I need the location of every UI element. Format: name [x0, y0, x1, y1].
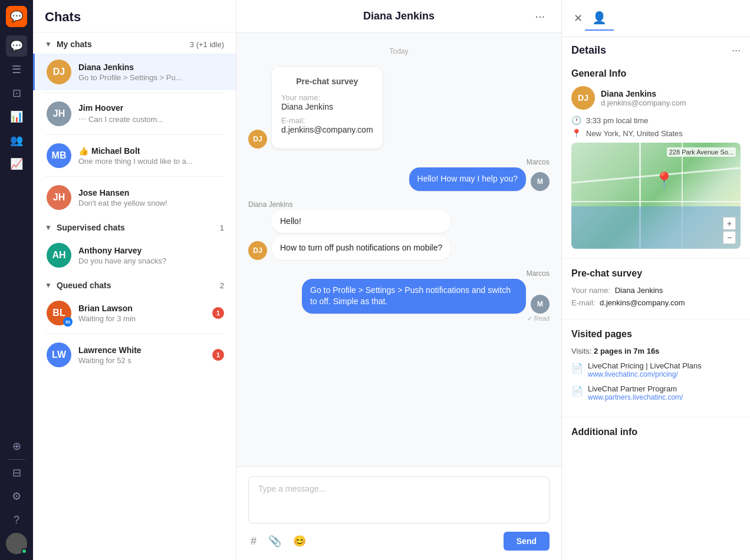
read-status: ✓ Read: [248, 315, 550, 322]
zoom-out-button[interactable]: −: [723, 231, 736, 244]
queued-chats-header[interactable]: ▼ Queued chats 2: [33, 274, 236, 295]
chat-preview-michael-bolt: One more thing I would like to a...: [78, 157, 224, 166]
nav-divider: [8, 459, 25, 460]
chat-info-michael-bolt: 👍 Michael Bolt One more thing I would li…: [78, 146, 224, 166]
my-chats-title: My chats: [57, 39, 190, 49]
visited-page-1: 📄 LiveChat Pricing | LiveChat Plans www.…: [571, 361, 741, 378]
divider-2: [45, 134, 224, 135]
map-road-2: [571, 201, 741, 202]
outgoing-row-1: M Hello! How may I help you?: [248, 167, 550, 191]
app-logo[interactable]: 💬: [6, 6, 27, 27]
chat-item-brian-lawson[interactable]: BL m Brian Lawson Waiting for 3 min 1: [33, 295, 236, 331]
bubble-push-notification-answer: Go to Profile > Settings > Push notifica…: [302, 279, 526, 314]
details-more-button[interactable]: ···: [732, 44, 741, 57]
bubble-hello: Hello!: [272, 210, 450, 233]
attachment-button[interactable]: 📎: [266, 532, 284, 550]
sender-label-marcos-1: Marcos: [248, 158, 550, 166]
clock-icon: 🕐: [571, 116, 581, 125]
avatar-anthony-harvey: AH: [47, 243, 71, 268]
chat-item-jim-hoover[interactable]: JH Jim Hoover ··· Can I create custom...: [33, 95, 236, 132]
date-divider: Today: [248, 47, 550, 55]
outgoing-message-group-1: Marcos M Hello! How may I help you?: [248, 158, 550, 191]
chat-item-anthony-harvey[interactable]: AH Anthony Harvey Do you have any snacks…: [33, 237, 236, 274]
chat-header: Diana Jenkins ···: [236, 0, 561, 33]
user-info-row: DJ Diana Jenkins d.jenkins@company.com: [571, 86, 741, 110]
nav-chats[interactable]: 💬: [6, 35, 27, 57]
incoming-row-diana: DJ Hello! How to turn off push notificat…: [248, 210, 550, 260]
online-status-dot: [21, 548, 27, 554]
page-url-1[interactable]: www.livechatinc.com/pricing/: [588, 370, 702, 378]
marcos-avatar-1: M: [531, 172, 550, 191]
details-panel-title: Details: [571, 44, 606, 57]
map-image: 📍 228 Park Avenue So... + −: [571, 143, 741, 249]
visits-count-value: 2 pages in 7m 16s: [594, 347, 659, 355]
general-info-title: General Info: [571, 68, 741, 79]
nav-add[interactable]: ⊕: [6, 436, 27, 457]
message-input[interactable]: [248, 476, 550, 523]
chat-item-diana-jenkins[interactable]: DJ Diana Jenkins Go to Profile > Setting…: [33, 54, 236, 90]
user-info-text: Diana Jenkins d.jenkins@company.com: [601, 89, 686, 107]
details-panel: ✕ 👤 Details ··· General Info DJ Diana Je…: [561, 0, 750, 560]
chat-item-lawrence-white[interactable]: LW Lawrence White Waiting for 52 s 1: [33, 337, 236, 373]
send-button[interactable]: Send: [504, 532, 550, 551]
supervised-chats-header[interactable]: ▼ Supervised chats 1: [33, 216, 236, 237]
chat-more-button[interactable]: ···: [530, 7, 550, 25]
additional-info-title: Additional info: [571, 427, 741, 437]
details-tab-person[interactable]: 👤: [585, 6, 614, 31]
page-info-2: LiveChat Partner Program www.partners.li…: [588, 384, 683, 401]
chat-preview-diana-jenkins: Go to Profile > Settings > Pu...: [78, 73, 224, 82]
messages-area: Today DJ Pre-chat survey Your name: Dian…: [236, 33, 561, 466]
page-url-2[interactable]: www.partners.livechatinc.com/: [588, 393, 683, 401]
survey-value-email: d.jenkins@company.com: [281, 125, 373, 134]
hashtag-button[interactable]: #: [248, 532, 259, 550]
my-chats-header[interactable]: ▼ My chats 3 (+1 idle): [33, 32, 236, 54]
survey-name-label: Your name: Diana Jenkins: [571, 286, 741, 295]
input-tools: # 📎 😊: [248, 532, 308, 550]
zoom-in-button[interactable]: +: [723, 217, 736, 230]
general-info-section: General Info DJ Diana Jenkins d.jenkins@…: [562, 59, 750, 259]
page-icon-1: 📄: [571, 363, 583, 374]
chat-item-michael-bolt[interactable]: MB 👍 Michael Bolt One more thing I would…: [33, 137, 236, 174]
map-container[interactable]: 📍 228 Park Avenue So... + −: [571, 143, 741, 249]
nav-charts[interactable]: 📈: [6, 153, 27, 174]
details-panel-header: ✕ 👤: [562, 0, 750, 37]
location-text: New York, NY, United States: [586, 129, 683, 138]
badge-lawrence-white: 1: [212, 349, 224, 361]
outgoing-message-group-2: Marcos M Go to Profile > Settings > Push…: [248, 269, 550, 322]
survey-label-name: Your name:: [281, 93, 373, 102]
main-chat-area: Diana Jenkins ··· Today DJ Pre-chat surv…: [236, 0, 561, 560]
avatar-michael-bolt: MB: [47, 143, 71, 168]
page-title-1: LiveChat Pricing | LiveChat Plans: [588, 361, 702, 370]
user-avatar[interactable]: [6, 533, 27, 554]
emoji-button[interactable]: 😊: [291, 532, 308, 550]
chat-preview-lawrence-white: Waiting for 52 s: [78, 356, 212, 365]
nav-settings[interactable]: ⚙: [6, 486, 27, 507]
chat-name-brian-lawson: Brian Lawson: [78, 304, 212, 313]
chat-item-jose-hansen[interactable]: JH Jose Hansen Don't eat the yellow snow…: [33, 179, 236, 216]
chat-name-michael-bolt: 👍 Michael Bolt: [78, 146, 224, 156]
divider-1: [45, 93, 224, 93]
page-info-1: LiveChat Pricing | LiveChat Plans www.li…: [588, 361, 702, 378]
sender-label-diana: Diana Jenkins: [248, 200, 550, 209]
marcos-avatar-2: M: [531, 295, 550, 314]
pre-chat-survey-title: Pre-chat survey: [571, 268, 741, 279]
visited-pages-section: Visited pages Visits: 2 pages in 7m 16s …: [562, 319, 750, 417]
nav-help[interactable]: ?: [6, 509, 27, 531]
divider-4: [45, 334, 224, 334]
nav-list[interactable]: ☰: [6, 59, 27, 80]
chat-info-brian-lawson: Brian Lawson Waiting for 3 min: [78, 304, 212, 323]
chat-info-jose-hansen: Jose Hansen Don't eat the yellow snow!: [78, 188, 224, 207]
local-time-text: 3:33 pm local time: [586, 116, 649, 125]
messenger-icon: m: [63, 317, 73, 327]
details-user-email: d.jenkins@company.com: [601, 98, 686, 107]
local-time-row: 🕐 3:33 pm local time: [571, 116, 741, 125]
chat-name-diana-jenkins: Diana Jenkins: [78, 62, 224, 72]
my-chats-section: ▼ My chats 3 (+1 idle) DJ Diana Jenkins …: [33, 32, 236, 216]
survey-label-email: E-mail:: [281, 116, 373, 125]
nav-billing[interactable]: ⊟: [6, 462, 27, 483]
nav-reports[interactable]: 📊: [6, 106, 27, 127]
nav-team[interactable]: 👥: [6, 130, 27, 151]
page-icon-2: 📄: [571, 386, 583, 397]
nav-inbox[interactable]: ⊡: [6, 83, 27, 104]
close-details-button[interactable]: ✕: [571, 9, 585, 27]
